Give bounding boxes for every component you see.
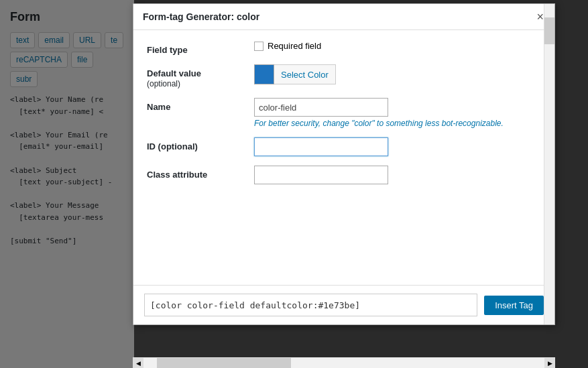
id-input[interactable] [254, 137, 388, 156]
field-type-label: Field type [147, 41, 254, 55]
tag-output-field[interactable] [144, 294, 477, 316]
scroll-thumb [544, 17, 554, 44]
name-control: For better security, change "color" to s… [254, 98, 541, 128]
color-picker-row: Select Color [254, 64, 541, 84]
id-control [254, 137, 541, 156]
form-tag-generator-modal: Form-tag Generator: color × Field type R… [133, 3, 555, 325]
select-color-button[interactable]: Select Color [274, 64, 336, 84]
id-label: ID (optional) [147, 137, 254, 151]
class-control [254, 166, 541, 184]
color-swatch[interactable] [254, 64, 274, 84]
required-field-checkbox[interactable] [254, 42, 263, 51]
insert-tag-button[interactable]: Insert Tag [484, 296, 544, 315]
modal-scrollbar[interactable] [544, 4, 554, 324]
name-row: Name For better security, change "color"… [147, 98, 541, 128]
scroll-right-arrow[interactable]: ▶ [544, 358, 555, 369]
modal-body: Field type Required field Default value … [133, 30, 554, 285]
id-row: ID (optional) [147, 137, 541, 156]
required-field-label: Required field [268, 41, 321, 51]
default-value-label: Default value (optional) [147, 64, 254, 88]
scroll-thumb-horizontal [157, 358, 291, 368]
modal-header: Form-tag Generator: color × [133, 4, 554, 30]
bottom-scrollbar[interactable]: ◀ ▶ [133, 357, 555, 368]
modal-title: Form-tag Generator: color [143, 11, 259, 22]
scroll-left-arrow[interactable]: ◀ [133, 358, 143, 369]
modal-footer: Insert Tag [133, 285, 554, 324]
field-type-row: Field type Required field [147, 41, 541, 55]
class-row: Class attribute [147, 166, 541, 184]
class-input[interactable] [254, 166, 388, 184]
default-value-row: Default value (optional) Select Color [147, 64, 541, 88]
name-input[interactable] [254, 98, 388, 117]
scroll-track [143, 358, 544, 368]
name-label: Name [147, 98, 254, 112]
name-hint: For better security, change "color" to s… [254, 119, 541, 128]
required-field-row: Required field [254, 41, 541, 51]
default-value-control: Select Color [254, 64, 541, 84]
class-label: Class attribute [147, 166, 254, 180]
field-type-control: Required field [254, 41, 541, 51]
